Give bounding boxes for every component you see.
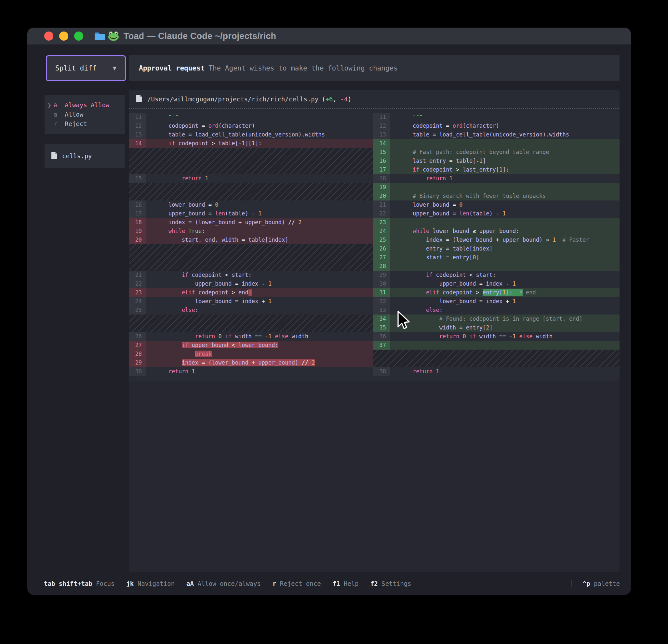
diff-row: 27 start = entry[0]	[129, 253, 620, 262]
line-number: 14	[129, 139, 146, 148]
shortcut-help[interactable]: f1 Help	[333, 580, 359, 587]
line-number: 12	[129, 122, 146, 130]
diff-line: 30 return 1	[129, 367, 373, 376]
sidebar-option-reject[interactable]: rReject	[45, 119, 125, 128]
code-line: # Binary search with fewer tuple unpacks	[390, 192, 620, 201]
diff-line: 25 else:	[129, 306, 373, 315]
line-number: 14	[373, 139, 390, 148]
file-item-cells-py[interactable]: cells.py	[45, 152, 92, 160]
diff-line: 14 if codepoint > table[-1][1]:	[129, 139, 373, 148]
diff-gap-hatch	[129, 262, 373, 271]
file-path: /Users/willmcgugan/projects/rich/rich/ce…	[147, 96, 318, 103]
diff-gap-hatch	[129, 253, 373, 262]
code-line: if codepoint > last_entry[1]:	[390, 166, 620, 174]
code-line	[390, 139, 620, 148]
shortcut-reject-once[interactable]: r Reject once	[273, 580, 321, 587]
diff-gap-hatch	[129, 315, 373, 323]
code-line: upper_bound = index - 1	[146, 280, 373, 288]
diff-line: 24 lower_bound = index + 1	[129, 297, 373, 306]
diff-line: 21 if codepoint < start:	[129, 271, 373, 280]
diff-gap-hatch	[373, 350, 620, 358]
diff-mode-dropdown[interactable]: Split diff ▼	[46, 55, 126, 81]
minimize-button[interactable]	[59, 32, 68, 41]
code-line: return 1	[146, 367, 373, 376]
diff-line: 23 elif codepoint > end:	[129, 288, 373, 297]
line-number: 37	[373, 341, 390, 350]
diff-row: 20 start, end, width = table[index]25 in…	[129, 236, 620, 244]
code-line: lower_bound = index + 1	[146, 297, 373, 306]
line-number: 21	[373, 201, 390, 209]
approval-banner: Approval request The Agent wishes to mak…	[129, 55, 620, 81]
palette-shortcut[interactable]: ^p palette	[583, 580, 620, 587]
code-line: elif codepoint > end:	[146, 288, 373, 297]
option-label: Allow	[62, 111, 83, 118]
diff-line: 32 lower_bound = index + 1	[373, 297, 620, 306]
code-line: """	[146, 113, 373, 122]
diff-line: 29 if codepoint < start:	[373, 271, 620, 280]
diff-line: 22 upper_bound = index - 1	[129, 280, 373, 288]
line-number: 29	[373, 271, 390, 280]
code-line: while True:	[146, 227, 373, 236]
shortcut-settings[interactable]: f2 Settings	[370, 580, 411, 587]
diff-row: 12 codepoint = ord(character)12 codepoin…	[129, 122, 620, 130]
diff-gap-hatch	[129, 148, 373, 157]
line-number: 23	[373, 218, 390, 227]
code-line: width = entry[2]	[390, 323, 620, 332]
diff-row: 19 while True:24 while lower_bound ≤ upp…	[129, 227, 620, 236]
line-number: 26	[373, 244, 390, 253]
line-number: 23	[129, 288, 146, 297]
diff-line: 12 codepoint = ord(character)	[129, 122, 373, 130]
close-button[interactable]	[44, 32, 53, 41]
code-line: upper_bound = index - 1	[390, 280, 620, 288]
line-number: 25	[129, 306, 146, 315]
line-number: 34	[373, 315, 390, 323]
code-line: if codepoint > table[-1][1]:	[146, 139, 373, 148]
sidebar-option-always-allow[interactable]: ❯AAlways Allow	[45, 100, 125, 110]
diff-row: 25 else:33 else:	[129, 306, 620, 315]
sidebar-option-allow[interactable]: aAllow	[45, 110, 125, 119]
line-number: 15	[373, 148, 390, 157]
line-number: 27	[373, 253, 390, 262]
diff-row: 15 return 118 return 1	[129, 174, 620, 183]
code-line: lower_bound = 0	[146, 201, 373, 209]
changed-files-panel: cells.py	[45, 144, 125, 168]
line-number: 27	[129, 341, 146, 350]
shortcut-navigation[interactable]: jk Navigation	[126, 580, 174, 587]
palette-label: palette	[590, 580, 620, 587]
diff-file-header: /Users/willmcgugan/projects/rich/rich/ce…	[129, 90, 620, 109]
line-number: 20	[373, 192, 390, 201]
maximize-button[interactable]	[74, 32, 83, 41]
diff-line: 25 index = (lower_bound + upper_bound) »…	[373, 236, 620, 244]
diff-line: 17 if codepoint > last_entry[1]:	[373, 166, 620, 174]
diff-line: 29 index = (lower_bound + upper_bound) /…	[129, 358, 373, 367]
diff-line: 22 upper_bound = len(table) - 1	[373, 209, 620, 218]
diff-line: 16 lower_bound = 0	[129, 201, 373, 209]
code-line: while lower_bound ≤ upper_bound:	[390, 227, 620, 236]
approval-options-panel: ❯AAlways AllowaAllowrReject	[45, 95, 125, 134]
footer-right: │ ^p palette	[570, 580, 620, 587]
shortcut-focus[interactable]: tab shift+tab Focus	[44, 580, 115, 587]
line-number: 18	[373, 174, 390, 183]
code-line: start = entry[0]	[390, 253, 620, 262]
diff-row: 29 index = (lower_bound + upper_bound) /…	[129, 358, 620, 367]
diff-gap-hatch	[129, 157, 373, 166]
line-number: 16	[129, 201, 146, 209]
code-line: if upper_bound < lower_bound:	[146, 341, 373, 350]
shortcut-allow-once-always[interactable]: aA Allow once/always	[186, 580, 261, 587]
diff-stats: (+6, -4)	[322, 96, 352, 103]
code-line: start, end, width = table[index]	[146, 236, 373, 244]
diff-row: 17 upper_bound = len(table) - 122 upper_…	[129, 209, 620, 218]
code-line: lower_bound = index + 1	[390, 297, 620, 306]
diff-row: 19	[129, 183, 620, 192]
line-number: 11	[129, 113, 146, 122]
line-number: 21	[129, 271, 146, 280]
option-key: r	[54, 120, 62, 127]
diff-gap-hatch	[129, 192, 373, 201]
titlebar[interactable]: Toad — Claude Code ~/projects/rich	[27, 28, 631, 45]
code-line: return 1	[390, 367, 620, 376]
desktop-background: Toad — Claude Code ~/projects/rich Split…	[0, 0, 668, 644]
diff-line: 13 table = load_cell_table(unicode_versi…	[373, 130, 620, 139]
line-number: 31	[373, 288, 390, 297]
diff-line: 30 upper_bound = index - 1	[373, 280, 620, 288]
line-number: 11	[373, 113, 390, 122]
